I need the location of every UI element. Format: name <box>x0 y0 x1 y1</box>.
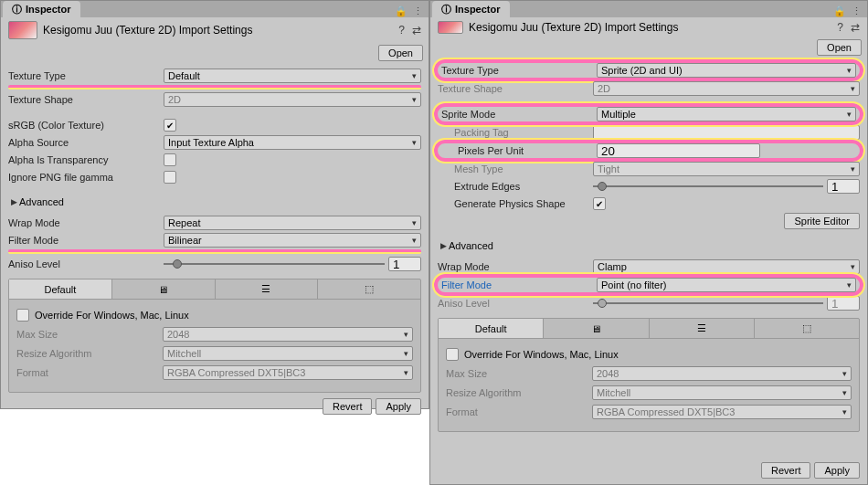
aniso-level-slider[interactable] <box>164 258 385 270</box>
platform-tab-server[interactable]: ☰ <box>216 279 319 299</box>
srgb-checkbox[interactable]: ✔ <box>164 119 176 132</box>
resize-dropdown[interactable]: Mitchell <box>163 346 413 361</box>
open-button[interactable]: Open <box>378 45 423 61</box>
texture-shape-label: Texture Shape <box>438 83 593 94</box>
inspector-panel-left: Inspector 🔒 ⋮ Kesigomu Juu (Texture 2D) … <box>0 0 429 409</box>
texture-type-label: Texture Type <box>8 70 164 81</box>
wrap-mode-dropdown[interactable]: Repeat <box>164 216 421 230</box>
extrude-edges-field[interactable] <box>827 179 860 194</box>
platform-tab-default[interactable]: Default <box>9 279 112 299</box>
format-dropdown[interactable]: RGBA Compressed DXT5|BC3 <box>592 405 852 419</box>
gen-physics-checkbox[interactable]: ✔ <box>593 197 606 210</box>
ignore-png-gamma-checkbox[interactable] <box>164 171 176 184</box>
foldout-arrow-icon: ▶ <box>8 197 19 206</box>
inspector-panel-right: Inspector 🔒 ⋮ Kesigomu Juu (Texture 2D) … <box>429 0 868 485</box>
help-icon[interactable]: ? <box>837 21 843 34</box>
tabbar: Inspector 🔒 ⋮ <box>430 1 867 17</box>
alpha-is-transparency-checkbox[interactable] <box>164 153 176 166</box>
format-label: Format <box>446 406 592 417</box>
platform-tab-other[interactable]: ⬚ <box>318 279 420 299</box>
advanced-label: Advanced <box>449 240 493 251</box>
filter-mode-dropdown[interactable]: Point (no filter) <box>597 278 856 292</box>
tabbar: Inspector 🔒 ⋮ <box>1 1 429 17</box>
wrap-mode-label: Wrap Mode <box>438 261 593 272</box>
mesh-type-dropdown[interactable]: Tight <box>593 162 860 176</box>
asset-header: Kesigomu Juu (Texture 2D) Import Setting… <box>1 17 429 43</box>
maxsize-dropdown[interactable]: 2048 <box>592 366 852 381</box>
alpha-source-label: Alpha Source <box>8 137 164 148</box>
platform-tab-standalone[interactable]: 🖥 <box>112 279 216 299</box>
override-label: Override For Windows, Mac, Linux <box>35 310 189 321</box>
preset-icon[interactable]: ⇄ <box>851 21 860 34</box>
foldout-arrow-icon: ▶ <box>438 241 449 250</box>
maxsize-label: Max Size <box>16 329 163 340</box>
platform-settings: Default 🖥 ☰ ⬚ Override For Windows, Mac,… <box>438 318 860 432</box>
override-checkbox[interactable] <box>16 309 29 322</box>
highlight-filter-mode: Filter Mode Point (no filter) <box>434 274 863 296</box>
platform-tabs: Default 🖥 ☰ ⬚ <box>439 319 859 339</box>
texture-type-dropdown[interactable]: Default <box>164 69 421 83</box>
help-icon[interactable]: ? <box>398 24 405 37</box>
monitor-icon: 🖥 <box>591 323 601 334</box>
resize-label: Resize Algorithm <box>16 348 163 359</box>
packing-tag-field[interactable] <box>593 125 860 140</box>
texture-shape-dropdown[interactable]: 2D <box>593 81 860 96</box>
menu-icon[interactable]: ⋮ <box>852 5 862 17</box>
extrude-edges-slider[interactable] <box>593 180 823 193</box>
box-icon: ⬚ <box>365 283 374 295</box>
open-button[interactable]: Open <box>817 39 862 56</box>
platform-tab-default[interactable]: Default <box>439 319 544 338</box>
server-icon: ☰ <box>261 283 270 295</box>
highlight-underline <box>8 85 421 90</box>
alpha-source-dropdown[interactable]: Input Texture Alpha <box>164 135 421 150</box>
advanced-foldout[interactable]: ▶ Advanced <box>438 237 860 254</box>
resize-dropdown[interactable]: Mitchell <box>592 385 852 400</box>
sprite-mode-dropdown[interactable]: Multiple <box>597 107 856 121</box>
asset-thumbnail <box>8 21 37 39</box>
import-settings: Texture Type Default Texture Shape 2D sR… <box>1 67 429 273</box>
apply-button[interactable]: Apply <box>814 462 860 479</box>
texture-shape-label: Texture Shape <box>8 94 164 105</box>
platform-tab-standalone[interactable]: 🖥 <box>544 319 649 338</box>
texture-type-label: Texture Type <box>441 65 597 76</box>
wrap-mode-dropdown[interactable]: Clamp <box>593 259 860 274</box>
format-dropdown[interactable]: RGBA Compressed DXT5|BC3 <box>163 365 413 380</box>
aniso-level-field[interactable] <box>827 296 860 311</box>
lock-icon[interactable]: 🔒 <box>395 5 408 17</box>
extrude-edges-label: Extrude Edges <box>438 181 593 192</box>
server-icon: ☰ <box>697 322 706 334</box>
aniso-level-slider[interactable] <box>593 297 823 310</box>
maxsize-dropdown[interactable]: 2048 <box>163 327 413 342</box>
resize-label: Resize Algorithm <box>446 387 592 398</box>
aniso-level-field[interactable] <box>388 257 421 271</box>
filter-mode-label: Filter Mode <box>441 279 597 290</box>
advanced-label: Advanced <box>19 196 64 207</box>
texture-shape-dropdown[interactable]: 2D <box>164 92 421 107</box>
packing-tag-label: Packing Tag <box>438 127 593 138</box>
inspector-tab[interactable]: Inspector <box>432 1 510 17</box>
override-label: Override For Windows, Mac, Linux <box>464 349 619 360</box>
monitor-icon: 🖥 <box>158 284 168 295</box>
platform-tab-other[interactable]: ⬚ <box>755 319 859 338</box>
inspector-tab-label: Inspector <box>26 4 71 15</box>
ppu-field[interactable] <box>597 143 760 158</box>
inspector-tab[interactable]: Inspector <box>3 1 80 17</box>
menu-icon[interactable]: ⋮ <box>413 5 423 17</box>
preset-icon[interactable]: ⇄ <box>412 24 421 37</box>
asset-title: Kesigomu Juu (Texture 2D) Import Setting… <box>43 24 252 37</box>
aniso-level-label: Aniso Level <box>438 298 593 309</box>
sprite-editor-button[interactable]: Sprite Editor <box>784 213 860 229</box>
advanced-foldout[interactable]: ▶ Advanced <box>8 194 421 210</box>
filter-mode-dropdown[interactable]: Bilinear <box>164 233 421 248</box>
revert-button[interactable]: Revert <box>323 398 372 415</box>
asset-header: Kesigomu Juu (Texture 2D) Import Setting… <box>430 17 867 37</box>
highlight-underline <box>8 249 421 254</box>
override-checkbox[interactable] <box>446 348 459 361</box>
apply-button[interactable]: Apply <box>376 398 421 415</box>
texture-type-dropdown[interactable]: Sprite (2D and UI) <box>597 63 856 78</box>
platform-tab-server[interactable]: ☰ <box>650 319 755 338</box>
srgb-label: sRGB (Color Texture) <box>8 120 164 131</box>
lock-icon[interactable]: 🔒 <box>833 5 846 17</box>
revert-button[interactable]: Revert <box>761 462 810 479</box>
gen-physics-label: Generate Physics Shape <box>438 198 593 209</box>
